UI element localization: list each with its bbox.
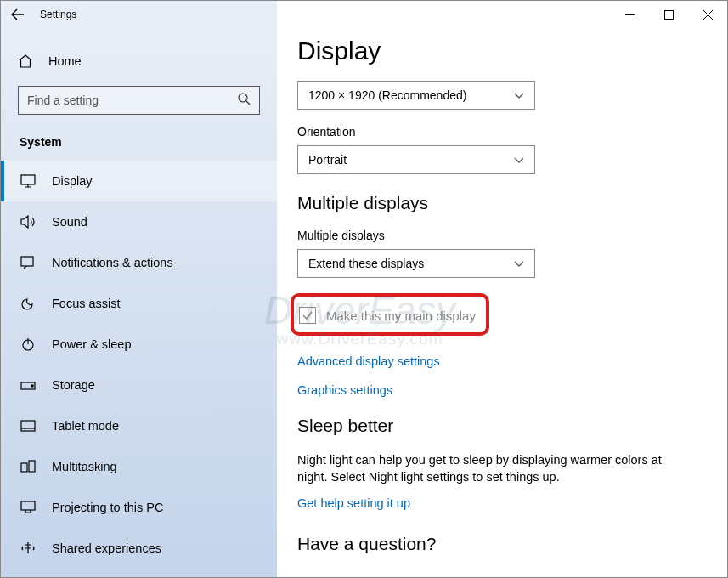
focus-icon bbox=[20, 296, 37, 311]
notifications-icon bbox=[20, 256, 37, 269]
maximize-button[interactable] bbox=[649, 1, 688, 28]
svg-point-1 bbox=[239, 94, 247, 102]
home-icon bbox=[18, 54, 35, 69]
home-nav[interactable]: Home bbox=[1, 45, 277, 77]
sidebar-item-label: Storage bbox=[52, 378, 95, 392]
sidebar-item-label: Display bbox=[52, 174, 93, 188]
svg-rect-10 bbox=[21, 502, 35, 510]
multiple-displays-heading: Multiple displays bbox=[297, 193, 693, 213]
sidebar-item-storage[interactable]: Storage bbox=[1, 365, 277, 405]
shared-icon bbox=[20, 541, 37, 555]
svg-rect-0 bbox=[664, 10, 673, 19]
svg-point-6 bbox=[31, 385, 33, 387]
minimize-button[interactable] bbox=[610, 1, 649, 28]
maximize-icon bbox=[664, 10, 674, 20]
minimize-icon bbox=[625, 10, 635, 20]
sidebar-item-multitasking[interactable]: Multitasking bbox=[1, 446, 277, 487]
sidebar-item-shared[interactable]: Shared experiences bbox=[1, 528, 277, 569]
multitasking-icon bbox=[20, 460, 37, 473]
sidebar-item-notifications[interactable]: Notifications & actions bbox=[1, 242, 277, 283]
search-icon bbox=[237, 92, 251, 109]
back-button[interactable] bbox=[1, 1, 35, 28]
orientation-label: Orientation bbox=[297, 125, 693, 139]
advanced-display-link[interactable]: Advanced display settings bbox=[297, 354, 693, 368]
sidebar-item-label: Tablet mode bbox=[52, 419, 119, 433]
sidebar-item-label: Multitasking bbox=[52, 460, 117, 473]
projecting-icon bbox=[20, 501, 37, 514]
search-input[interactable] bbox=[27, 94, 237, 107]
sound-icon bbox=[20, 215, 37, 229]
display-icon bbox=[20, 174, 37, 188]
titlebar: Settings bbox=[1, 1, 727, 28]
checkbox-icon bbox=[299, 307, 316, 324]
sleep-better-heading: Sleep better bbox=[297, 416, 693, 436]
sidebar-item-focus[interactable]: Focus assist bbox=[1, 283, 277, 324]
page-title: Display bbox=[297, 37, 693, 65]
sidebar-item-tablet[interactable]: Tablet mode bbox=[1, 405, 277, 446]
sleep-help-link[interactable]: Get help setting it up bbox=[297, 496, 693, 510]
sidebar-item-power[interactable]: Power & sleep bbox=[1, 324, 277, 365]
sidebar-item-label: Focus assist bbox=[52, 297, 121, 310]
sidebar-item-label: Power & sleep bbox=[52, 337, 132, 351]
window-title: Settings bbox=[40, 8, 76, 20]
power-icon bbox=[20, 337, 37, 352]
orientation-value: Portrait bbox=[308, 153, 347, 167]
svg-rect-3 bbox=[21, 257, 33, 266]
sidebar-item-display[interactable]: Display bbox=[1, 161, 277, 201]
highlight-annotation: Make this my main display bbox=[291, 293, 489, 336]
graphics-settings-link[interactable]: Graphics settings bbox=[297, 383, 693, 397]
arrow-left-icon bbox=[11, 8, 25, 21]
main-display-label: Make this my main display bbox=[326, 309, 476, 323]
svg-rect-2 bbox=[21, 175, 35, 184]
close-icon bbox=[703, 10, 713, 20]
close-button[interactable] bbox=[688, 1, 727, 28]
resolution-select[interactable]: 1200 × 1920 (Recommended) bbox=[297, 81, 535, 110]
svg-rect-8 bbox=[21, 463, 27, 472]
sidebar-item-sound[interactable]: Sound bbox=[1, 201, 277, 242]
storage-icon bbox=[20, 378, 37, 392]
search-box[interactable] bbox=[18, 86, 260, 115]
main-display-checkbox[interactable]: Make this my main display bbox=[299, 302, 476, 329]
tablet-icon bbox=[20, 419, 37, 433]
multiple-displays-select[interactable]: Extend these displays bbox=[297, 249, 535, 278]
sidebar-item-label: Sound bbox=[52, 215, 87, 229]
main-content: Display 1200 × 1920 (Recommended) Orient… bbox=[277, 28, 727, 577]
sidebar-item-projecting[interactable]: Projecting to this PC bbox=[1, 487, 277, 528]
multiple-displays-label: Multiple displays bbox=[297, 229, 693, 242]
resolution-value: 1200 × 1920 (Recommended) bbox=[308, 88, 466, 102]
window-controls bbox=[610, 1, 727, 28]
chevron-down-icon bbox=[514, 256, 524, 271]
svg-rect-9 bbox=[29, 461, 35, 472]
sidebar-item-label: Projecting to this PC bbox=[52, 501, 163, 514]
question-heading: Have a question? bbox=[297, 534, 693, 554]
chevron-down-icon bbox=[514, 88, 524, 103]
orientation-select[interactable]: Portrait bbox=[297, 145, 535, 174]
sidebar-item-label: Shared experiences bbox=[52, 541, 161, 555]
home-label: Home bbox=[48, 54, 82, 68]
sidebar: Home System Display Sound Notifications … bbox=[1, 28, 277, 577]
sidebar-item-label: Notifications & actions bbox=[52, 256, 173, 269]
multiple-displays-value: Extend these displays bbox=[308, 257, 424, 270]
sleep-description: Night light can help you get to sleep by… bbox=[297, 451, 693, 486]
svg-rect-7 bbox=[21, 421, 35, 431]
category-header: System bbox=[1, 135, 277, 161]
chevron-down-icon bbox=[514, 152, 524, 167]
